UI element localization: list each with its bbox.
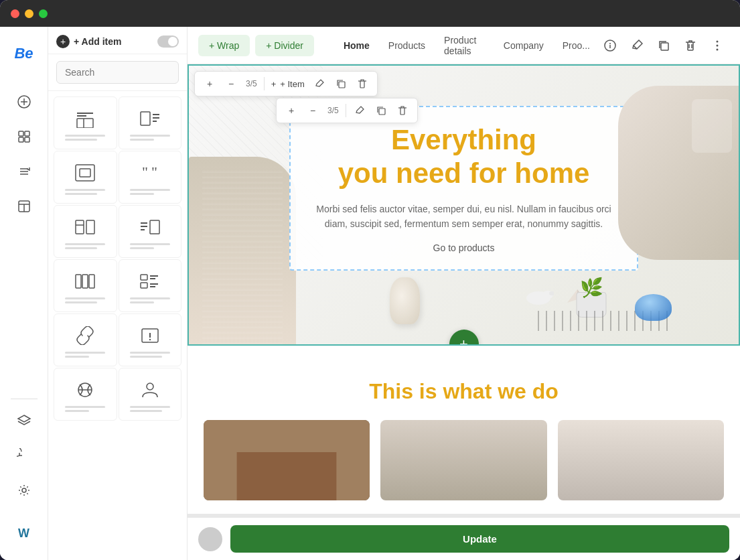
copy-toolbar-button[interactable] [652,33,676,58]
component-media-list[interactable] [119,259,182,312]
search-input[interactable] [56,61,179,84]
svg-point-14 [22,488,26,492]
divider-button[interactable]: + Divider [255,35,314,56]
hero-subtitle: Morbi sed felis auctor vitae, semper dui… [312,202,615,232]
add-item-button[interactable]: + + Add item [56,35,121,48]
component-text-list[interactable] [54,96,117,149]
component-link[interactable] [54,313,117,366]
website-preview: + − 3/5 + + Item [188,64,740,514]
add-section-button[interactable]: + [449,330,479,346]
settings-rail-icon[interactable] [8,474,40,506]
inner-edit-button[interactable] [350,101,369,120]
comp-text-list-icon [74,108,96,129]
component-blockquote[interactable]: " " [119,151,182,204]
close-button[interactable] [11,9,19,18]
update-button[interactable]: Update [230,525,729,553]
copy-inner-icon [376,106,386,115]
hero-content-box[interactable]: Everythingyou need for home Morbi sed fe… [289,106,638,271]
item-copy-button[interactable] [331,74,350,93]
minimize-button[interactable] [25,9,33,18]
add-section-rail-icon[interactable] [8,86,40,118]
copy-icon [658,40,670,52]
canvas-area[interactable]: + − 3/5 + + Item [188,64,740,517]
user-avatar[interactable] [198,527,222,551]
svg-rect-3 [19,131,23,136]
comp-two-col-icon [74,216,96,238]
comp-alert-icon [139,325,161,346]
sort-rail-icon[interactable] [8,155,40,188]
nav-products[interactable]: Products [380,35,433,56]
gallery-item-3 [558,420,724,500]
more-toolbar-button[interactable] [705,33,729,58]
inner-remove-button[interactable]: − [303,101,322,120]
comp-columns-icon [74,271,96,292]
layers-rail-icon[interactable] [8,405,40,437]
inner-copy-button[interactable] [372,101,390,120]
wrap-button[interactable]: + Wrap [198,35,250,56]
delete-toolbar-button[interactable] [678,33,702,58]
rail-divider [11,399,38,399]
info-toolbar-button[interactable] [598,33,622,58]
comp-featured-icon [74,162,96,184]
maximize-button[interactable] [39,9,48,18]
nav-home[interactable]: Home [336,35,378,56]
component-media-text[interactable] [119,96,182,149]
svg-rect-34 [76,275,81,288]
gallery-row [188,420,740,500]
component-grid: " " [48,91,187,426]
inner-add-button[interactable]: + [282,101,301,120]
svg-rect-28 [86,220,94,234]
comp-blockquote-icon: " " [139,162,161,184]
component-media-text-right[interactable] [119,205,182,258]
item-edit-button[interactable] [310,74,329,93]
svg-rect-6 [25,137,29,142]
nav-product-details[interactable]: Product details [436,29,493,62]
grid-rail-icon[interactable] [8,121,40,153]
inner-delete-button[interactable] [393,101,412,120]
pencil-small-icon [315,79,324,88]
svg-point-48 [147,383,153,390]
component-profile[interactable] [119,368,182,421]
app-window: Be [0,0,740,560]
history-icon [17,448,31,463]
copy-small-icon [336,79,346,88]
component-featured-box[interactable] [54,151,117,204]
svg-rect-24 [80,169,90,177]
inner-count: 3/5 [325,106,342,115]
bottom-bar: Update [188,517,740,560]
grid-icon [17,129,31,144]
panel-toggle[interactable] [157,36,179,48]
settings-icon [17,483,31,498]
item-label[interactable]: + + Item [269,79,307,89]
info-icon [604,40,616,52]
icon-rail: Be [0,27,48,560]
component-image-filter[interactable] [54,368,117,421]
wordpress-rail-icon[interactable]: W [8,517,40,549]
nav-more[interactable]: Proo... [554,35,598,56]
nav-company[interactable]: Company [496,35,552,56]
layout-rail-icon[interactable] [8,190,40,222]
section-add-button[interactable]: + [200,74,219,93]
svg-rect-60 [379,109,385,115]
pencil-icon [631,40,643,52]
comp-media-text-icon [139,108,161,129]
svg-rect-59 [339,82,345,88]
gallery-item-1 [204,420,370,500]
component-panel: + + Add item [48,27,188,560]
hero-section[interactable]: + − 3/5 + + Item [188,64,740,346]
layers-icon [17,413,31,428]
be-logo[interactable]: Be [8,38,40,70]
svg-point-58 [717,48,719,50]
add-circle-icon [17,94,31,109]
svg-rect-4 [25,131,29,136]
item-delete-button[interactable] [353,74,372,93]
edit-toolbar-button[interactable] [625,33,649,58]
svg-rect-23 [76,165,94,181]
component-columns[interactable] [54,259,117,312]
component-two-col[interactable] [54,205,117,258]
component-alert[interactable] [119,313,182,366]
history-rail-icon[interactable] [8,439,40,472]
section-remove-button[interactable]: − [222,74,240,93]
app-body: Be [0,27,740,560]
svg-marker-13 [18,415,30,422]
